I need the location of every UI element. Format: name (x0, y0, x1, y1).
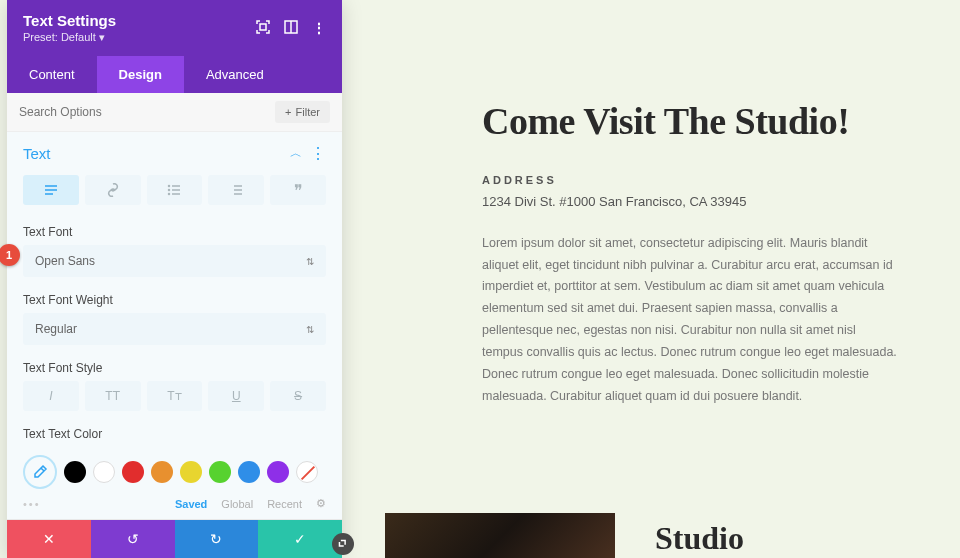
search-bar: +Filter (7, 93, 342, 132)
svg-rect-0 (260, 24, 266, 30)
style-field: Text Font Style I TT Tᴛ U S (7, 353, 342, 419)
strike-button[interactable]: S (270, 381, 326, 411)
section-more-icon[interactable]: ⋮ (310, 144, 326, 163)
color-swatch-black[interactable] (64, 461, 86, 483)
italic-button[interactable]: I (23, 381, 79, 411)
preview-canvas: Come Visit The Studio! ADDRESS 1234 Divi… (342, 0, 960, 558)
page-heading: Come Visit The Studio! (482, 100, 900, 144)
font-select[interactable]: Open Sans ⇅ (23, 245, 326, 277)
eyedropper-button[interactable] (23, 455, 57, 489)
underline-button[interactable]: U (208, 381, 264, 411)
weight-field: Text Font Weight Regular ⇅ (7, 285, 342, 353)
uppercase-button[interactable]: TT (85, 381, 141, 411)
color-field: Text Text Color (7, 419, 342, 449)
ul-tab[interactable] (147, 175, 203, 205)
color-tabs: ••• Saved Global Recent ⚙ (7, 493, 342, 518)
color-swatch-green[interactable] (209, 461, 231, 483)
plus-icon: + (285, 106, 291, 118)
tab-content[interactable]: Content (7, 56, 97, 93)
quote-tab[interactable]: ❞ (270, 175, 326, 205)
color-tab-global[interactable]: Global (221, 498, 253, 510)
color-swatch-blue[interactable] (238, 461, 260, 483)
color-swatches-row (7, 449, 342, 493)
select-caret-icon: ⇅ (306, 256, 314, 267)
font-field: Text Font Open Sans ⇅ (7, 217, 342, 285)
color-swatch-red[interactable] (122, 461, 144, 483)
expand-icon[interactable] (256, 20, 270, 37)
preset-selector[interactable]: Preset: Default ▾ (23, 31, 116, 44)
color-swatch-yellow[interactable] (180, 461, 202, 483)
columns-icon[interactable] (284, 20, 298, 37)
color-swatch-orange[interactable] (151, 461, 173, 483)
svg-point-2 (169, 186, 170, 187)
section-header[interactable]: Text ︿ ⋮ (7, 132, 342, 175)
panel-header: Text Settings Preset: Default ▾ ⋮ (7, 0, 342, 56)
more-icon[interactable]: ⋮ (312, 20, 326, 36)
address-label: ADDRESS (482, 174, 900, 186)
address-text: 1234 Divi St. #1000 San Francisco, CA 33… (482, 194, 900, 209)
text-section: Text ︿ ⋮ ❞ Text Font Open Sans ⇅ Text Fo… (7, 132, 342, 520)
resize-handle[interactable] (332, 533, 354, 555)
svg-point-4 (169, 194, 170, 195)
body-text: Lorem ipsum dolor sit amet, consectetur … (482, 233, 900, 408)
studio-title: Studio (655, 520, 744, 557)
section-header-icons: ︿ ⋮ (290, 144, 326, 163)
header-left: Text Settings Preset: Default ▾ (23, 12, 116, 44)
weight-select[interactable]: Regular ⇅ (23, 313, 326, 345)
select-caret-icon: ⇅ (306, 324, 314, 335)
text-element-toolbar: ❞ (7, 175, 342, 217)
panel-title: Text Settings (23, 12, 116, 29)
studio-image (385, 513, 615, 558)
undo-button[interactable]: ↺ (91, 520, 175, 558)
filter-button[interactable]: +Filter (275, 101, 330, 123)
color-swatch-white[interactable] (93, 461, 115, 483)
save-button[interactable]: ✓ (258, 520, 342, 558)
redo-button[interactable]: ↻ (175, 520, 259, 558)
studio-block: Studio (385, 513, 960, 558)
color-tab-saved[interactable]: Saved (175, 498, 207, 510)
link-tab[interactable] (85, 175, 141, 205)
style-label: Text Font Style (23, 361, 326, 375)
weight-label: Text Font Weight (23, 293, 326, 307)
tab-design[interactable]: Design (97, 56, 184, 93)
color-swatch-none[interactable] (296, 461, 318, 483)
svg-point-3 (169, 190, 170, 191)
color-more[interactable]: ••• (23, 498, 161, 510)
footer-actions: ✕ ↺ ↻ ✓ (7, 520, 342, 558)
chevron-up-icon[interactable]: ︿ (290, 145, 302, 162)
close-button[interactable]: ✕ (7, 520, 91, 558)
color-label: Text Text Color (23, 427, 326, 441)
ol-tab[interactable] (208, 175, 264, 205)
color-swatch-purple[interactable] (267, 461, 289, 483)
smallcaps-button[interactable]: Tᴛ (147, 381, 203, 411)
color-tab-recent[interactable]: Recent (267, 498, 302, 510)
tabs-bar: Content Design Advanced (7, 56, 342, 93)
gear-icon[interactable]: ⚙ (316, 497, 326, 510)
header-icons: ⋮ (256, 20, 326, 37)
style-buttons: I TT Tᴛ U S (23, 381, 326, 411)
search-input[interactable] (19, 105, 275, 119)
font-label: Text Font (23, 225, 326, 239)
tab-advanced[interactable]: Advanced (184, 56, 286, 93)
paragraph-tab[interactable] (23, 175, 79, 205)
section-title: Text (23, 145, 51, 162)
settings-panel: Text Settings Preset: Default ▾ ⋮ Conten… (7, 0, 342, 558)
